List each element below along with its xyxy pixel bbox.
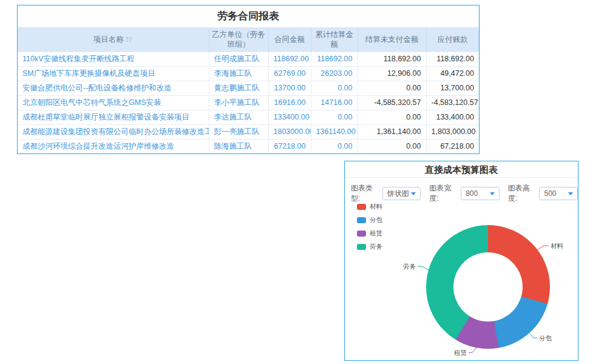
chart-type-value: 饼状图 [387, 189, 409, 199]
legend-item-lease[interactable]: 租赁 [357, 229, 382, 238]
project-name-cell[interactable]: 成都杜甫草堂临时展厅独立展柜报警设备安装项目 [18, 110, 209, 124]
header-row: 项目名称 乙方单位（劳务班组） 合同金额 累计结算金额 结算未支付金额 应付账款 [18, 27, 479, 52]
unpaid-amount-cell: 1,361,140.00 [358, 124, 426, 139]
payable-amount-cell: 13,700.00 [426, 81, 479, 95]
unpaid-amount-cell: -4,585,320.57 [358, 95, 426, 110]
payable-amount-cell: -4,583,120.57 [426, 95, 479, 110]
table-row: 成都杜甫草堂临时展厅独立展柜报警设备安装项目李达施工队133400.000.00… [18, 110, 479, 124]
slice-label-labor: 劳务 [403, 263, 416, 270]
legend-label: 分包 [370, 216, 382, 224]
unpaid-amount-cell: 0.00 [358, 139, 426, 153]
contract-amount-cell: 16916.00 [268, 95, 311, 110]
table-row: 北京朝阳区电气中芯特气系统之GMS安装李小平施工队16916.0014716.0… [18, 95, 479, 110]
settled-amount-cell: 118692.00 [311, 52, 358, 66]
chart-type-control: 图表类型: 饼状图 [351, 183, 421, 204]
unpaid-amount-cell: 0.00 [358, 81, 426, 95]
column-header-settled-amount: 累计结算金额 [311, 27, 358, 52]
slice-label-lease: 租赁 [454, 349, 467, 356]
chart-width-control: 图表宽度: 800 [429, 183, 499, 204]
direct-cost-chart-panel: 直接成本预算图表 图表类型: 饼状图 图表宽度: 800 图表高度: 500 [344, 161, 578, 361]
legend-label: 材料 [370, 203, 382, 211]
project-name-cell[interactable]: 成都能源建设集团投资有限公司临时办公场所装修改造工程EPC [18, 124, 209, 139]
unpaid-amount-cell: 118,692.00 [358, 52, 426, 66]
report-table-body: 110kV安徽线程集变开断线路工程任明成施工队118692.00118692.0… [18, 52, 479, 153]
legend-swatch [357, 231, 366, 237]
legend-item-subcontract[interactable]: 分包 [357, 216, 382, 224]
project-name-cell[interactable]: 110kV安徽线程集变开断线路工程 [18, 52, 209, 66]
project-name-cell[interactable]: 北京朝阳区电气中芯特气系统之GMS安装 [18, 95, 209, 110]
legend-swatch [357, 204, 366, 210]
column-header-unpaid-amount: 结算未支付金额 [358, 27, 426, 52]
labor-contract-report: 劳务合同报表 项目名称 乙方单位（劳务班组） 合同金额 累计结算金额 结算未支付… [17, 5, 480, 154]
chart-height-select[interactable]: 500 [539, 187, 578, 200]
payable-amount-cell: 1,803,000.00 [426, 124, 479, 139]
report-table: 项目名称 乙方单位（劳务班组） 合同金额 累计结算金额 结算未支付金额 应付账款… [18, 27, 479, 153]
contract-amount-cell: 118692.00 [268, 52, 311, 66]
chevron-down-icon [490, 192, 495, 195]
settled-amount-cell: 0.00 [311, 110, 358, 124]
chart-height-label: 图表高度: [508, 183, 537, 204]
slice-label-material: 材料 [551, 242, 564, 249]
settled-amount-cell: 1361140.00 [311, 124, 358, 139]
chart-width-value: 800 [466, 189, 478, 198]
column-header-contractor: 乙方单位（劳务班组） [209, 27, 268, 52]
chart-width-label: 图表宽度: [429, 183, 458, 204]
contract-amount-cell: 62769.00 [268, 66, 311, 81]
column-header-contract-amount: 合同金额 [268, 27, 311, 52]
project-name-cell[interactable]: 成都沙河环境综合提升改造运河护岸维修改造 [18, 139, 209, 153]
slice-label-subcontract: 分包 [539, 334, 552, 342]
legend-item-material[interactable]: 材料 [357, 203, 382, 211]
legend-label: 租赁 [370, 229, 382, 238]
project-name-cell[interactable]: SM广场地下车库更换摄像机及硬盘项目 [18, 66, 209, 81]
unpaid-amount-cell: 0.00 [358, 110, 426, 124]
chevron-down-icon [411, 192, 416, 195]
payable-amount-cell: 67,218.00 [426, 139, 479, 153]
chart-controls: 图表类型: 饼状图 图表宽度: 800 图表高度: 500 [345, 178, 578, 204]
contract-amount-cell: 133400.00 [268, 110, 311, 124]
chevron-down-icon [568, 192, 573, 195]
sort-icon[interactable] [126, 36, 133, 43]
donut-hole [453, 252, 523, 322]
payable-amount-cell: 133,400.00 [426, 110, 479, 124]
contractor-cell: 黄志鹏施工队 [209, 81, 268, 95]
table-row: 成都沙河环境综合提升改造运河护岸维修改造陈海施工队67218.000.000.0… [18, 139, 479, 153]
settled-amount-cell: 14716.00 [311, 95, 358, 110]
settled-amount-cell: 0.00 [311, 81, 358, 95]
legend-item-labor[interactable]: 劳务 [357, 243, 382, 251]
settled-amount-cell: 26203.00 [311, 66, 358, 81]
project-name-cell[interactable]: 安徽合肥供电公司--配电设备检修维护和改造 [18, 81, 209, 95]
chart-width-select[interactable]: 800 [461, 187, 500, 200]
chart-legend: 材料 分包 租赁 劳务 [357, 203, 382, 251]
column-header-payable: 应付账款 [426, 27, 479, 52]
report-title: 劳务合同报表 [18, 5, 479, 27]
contractor-cell: 任明成施工队 [209, 52, 268, 66]
chart-title: 直接成本预算图表 [345, 161, 578, 178]
payable-amount-cell: 49,472.00 [426, 66, 479, 81]
unpaid-amount-cell: 12,906.00 [358, 66, 426, 81]
chart-type-label: 图表类型: [351, 183, 380, 204]
payable-amount-cell: 118,692.00 [426, 52, 479, 66]
contract-amount-cell: 67218.00 [268, 139, 311, 153]
settled-amount-cell: 0.00 [311, 139, 358, 153]
legend-label: 劳务 [370, 243, 382, 251]
column-header-label: 项目名称 [93, 35, 124, 44]
contractor-cell: 李海施工队 [209, 66, 268, 81]
chart-type-select[interactable]: 饼状图 [382, 187, 421, 200]
table-row: 110kV安徽线程集变开断线路工程任明成施工队118692.00118692.0… [18, 52, 479, 66]
contractor-cell: 彭一亮施工队 [209, 124, 268, 139]
contract-amount-cell: 13700.00 [268, 81, 311, 95]
table-row: 成都能源建设集团投资有限公司临时办公场所装修改造工程EPC彭一亮施工队18030… [18, 124, 479, 139]
contractor-cell: 陈海施工队 [209, 139, 268, 153]
contract-amount-cell: 1803000.00 [268, 124, 311, 139]
contractor-cell: 李达施工队 [209, 110, 268, 124]
legend-swatch [357, 244, 366, 250]
table-row: 安徽合肥供电公司--配电设备检修维护和改造黄志鹏施工队13700.000.000… [18, 81, 479, 95]
chart-height-control: 图表高度: 500 [508, 183, 578, 204]
chart-height-value: 500 [544, 189, 556, 198]
legend-swatch [357, 217, 366, 223]
contractor-cell: 李小平施工队 [209, 95, 268, 110]
table-row: SM广场地下车库更换摄像机及硬盘项目李海施工队62769.0026203.001… [18, 66, 479, 81]
column-header-project-name[interactable]: 项目名称 [18, 27, 209, 52]
